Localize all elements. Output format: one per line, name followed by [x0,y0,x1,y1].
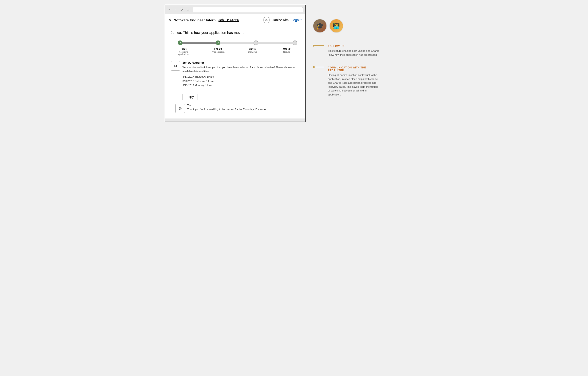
annotation-title-1: FOLLOW UP [328,45,380,48]
persona-worker: 👨‍💻 [329,19,343,33]
user-reply-block: ☺ You Thank you Jen! I am willing to be … [176,104,300,113]
annotation-panel: 🎓 👨‍💻 FOLLOW UP This feature enables bot… [313,5,423,96]
progress-label-4: Mar 30 Results [278,48,295,55]
address-bar[interactable] [193,7,303,12]
annotation-communication: COMMUNICATION WITH THE RECRUITER Having … [313,66,423,96]
recruiter-message-text: We are pleased to inform you that you ha… [182,65,300,73]
browser-window: ← → ✕ ⌂ < Software Engineer Intern Job I… [165,5,306,122]
progress-date-2: Feb 20 [214,48,222,50]
progress-label-3: Mar 10 Interviews [244,48,261,55]
step-marker-2: ✓ [216,41,220,45]
persona-avatars: 🎓 👨‍💻 [313,19,423,33]
annotation-title-2: COMMUNICATION WITH THE RECRUITER [328,66,380,72]
user-reply-sender: You [187,104,300,107]
progress-name-2: Phone screen [211,51,225,53]
progress-name-3: Interviews [248,51,257,53]
job-title[interactable]: Software Engineer Intern [174,18,216,22]
browser-nav-buttons: ← → ✕ ⌂ [168,7,191,12]
app-header: < Software Engineer Intern Job ID: 44556… [165,14,305,26]
progress-date-3: Mar 10 [249,48,256,50]
date-option-3: 3/23/2017 Monday, 11 am [182,83,300,88]
user-reply-avatar: ☺ [176,104,185,113]
page-heading: Janice, This is how your application has… [171,31,300,35]
main-content: Janice, This is how your application has… [165,26,305,118]
user-reply-text: Thank you Jen! I am willing to be presen… [187,108,300,111]
logout-button[interactable]: Logout [291,18,302,22]
back-nav-button[interactable]: ← [168,7,173,12]
persona-graduate: 🎓 [313,19,327,33]
recruiter-message-block: ☺ Jen A, Recruiter We are pleased to inf… [171,61,300,100]
progress-track-wrapper: ✓ ✓ [178,39,293,46]
recruiter-message-content: Jen A, Recruiter We are pleased to infor… [182,61,300,100]
date-option-1: 3/17/2017 Thursday, 10 am [182,74,300,79]
annotation-line-1 [313,45,324,47]
close-nav-button[interactable]: ✕ [180,7,185,12]
browser-bottom [165,118,305,122]
annotation-line-2 [313,66,324,68]
reply-button[interactable]: Reply [182,94,198,100]
job-id: Job ID: 44556 [219,18,239,22]
user-avatar: ☺ [263,17,270,23]
progress-name-4: Results [283,51,290,53]
browser-toolbar: ← → ✕ ⌂ [165,5,305,14]
progress-fill [178,42,216,44]
recruiter-date-options: 3/17/2017 Thursday, 10 am 3/20/2017 Satu… [182,74,300,88]
progress-date-1: Feb 1 [181,48,187,50]
user-reply-content: You Thank you Jen! I am willing to be pr… [187,104,300,113]
page-wrapper: ← → ✕ ⌂ < Software Engineer Intern Job I… [165,5,423,122]
recruiter-avatar: ☺ [171,61,180,71]
progress-section: ✓ ✓ Feb 1 AcceptingApplications Feb 20 [171,39,300,55]
annotation-text-1: FOLLOW UP This feature enables both Jani… [328,45,380,57]
step-marker-4 [293,41,297,45]
annotation-dash-1 [315,45,324,46]
step-marker-1: ✓ [178,41,182,45]
annotation-dot-1 [313,45,315,47]
progress-label-2: Feb 20 Phone screen [210,48,226,55]
user-name: Janice Kim [273,18,289,22]
progress-name-1: AcceptingApplications [178,51,189,55]
progress-labels: Feb 1 AcceptingApplications Feb 20 Phone… [176,48,295,55]
progress-label-1: Feb 1 AcceptingApplications [176,48,192,55]
message-section: ☺ Jen A, Recruiter We are pleased to inf… [171,61,300,113]
step-marker-3 [253,41,258,45]
annotation-follow-up: FOLLOW UP This feature enables both Jani… [313,45,423,57]
annotation-body-2: Having all communication contextual to t… [328,73,380,96]
annotation-dash-2 [315,67,324,67]
home-nav-button[interactable]: ⌂ [186,7,191,12]
forward-nav-button[interactable]: → [174,7,179,12]
annotation-body-1: This feature enables both Janice and Cha… [328,49,380,57]
annotation-dot-2 [313,66,315,68]
recruiter-sender: Jen A, Recruiter [182,61,300,64]
progress-date-4: Mar 30 [283,48,291,50]
date-option-2: 3/20/2017 Saturday, 11 am [182,79,300,84]
annotation-text-2: COMMUNICATION WITH THE RECRUITER Having … [328,66,380,96]
back-button[interactable]: < [169,18,171,22]
